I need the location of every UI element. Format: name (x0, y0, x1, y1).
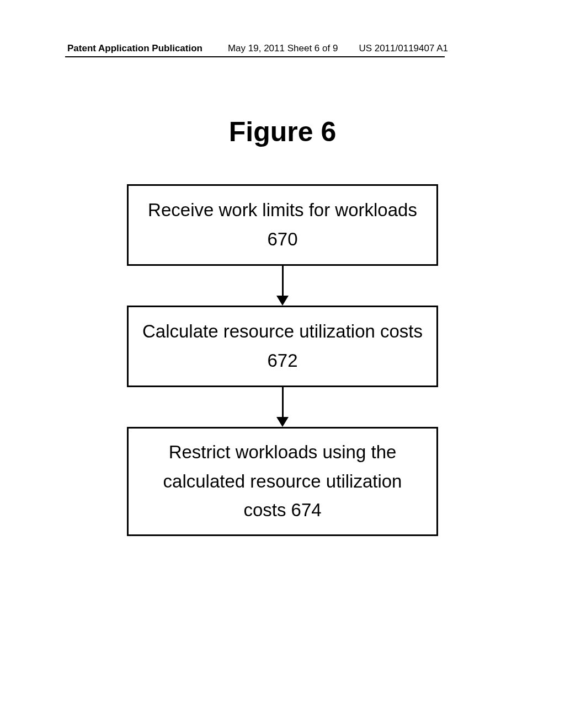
flowchart-step-label: Calculate resource utilization costs 672 (140, 317, 425, 376)
flowchart-step-672: Calculate resource utilization costs 672 (127, 306, 438, 387)
header-date-sheet: May 19, 2011 Sheet 6 of 9 (228, 43, 338, 54)
header-divider (65, 56, 445, 57)
flowchart-step-674: Restrict workloads using the calculated … (127, 427, 438, 536)
header-patent-number: US 2011/0119407 A1 (359, 43, 448, 54)
flowchart: Receive work limits for workloads 670 Ca… (127, 184, 438, 536)
figure-title: Figure 6 (0, 116, 565, 148)
header-publication-type: Patent Application Publication (67, 43, 202, 54)
flowchart-step-670: Receive work limits for workloads 670 (127, 184, 438, 266)
flowchart-step-label: Receive work limits for workloads 670 (140, 196, 425, 254)
page-header: Patent Application Publication May 19, 2… (0, 43, 565, 54)
flowchart-step-label: Restrict workloads using the calculated … (140, 438, 425, 525)
arrow-icon (276, 266, 289, 306)
arrow-icon (276, 387, 289, 427)
